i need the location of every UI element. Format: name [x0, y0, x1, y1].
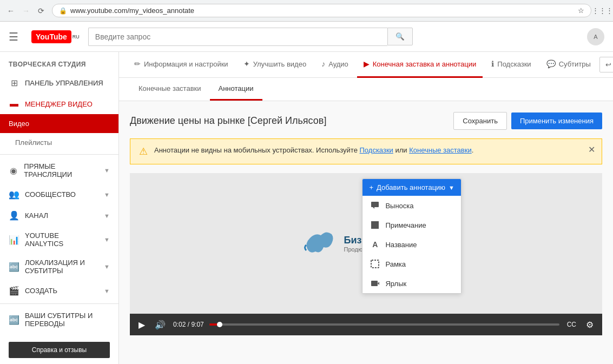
- save-button[interactable]: Сохранить: [453, 112, 507, 130]
- apps-icon[interactable]: ⋮⋮⋮: [596, 4, 609, 17]
- play-button[interactable]: ▶: [136, 317, 147, 332]
- search-bar: 🔍: [88, 28, 413, 46]
- sidebar-label-videos: Видео: [9, 120, 29, 128]
- svg-rect-0: [371, 202, 379, 207]
- apply-changes-button[interactable]: Применить изменения: [511, 112, 602, 129]
- callout-icon: [370, 201, 380, 210]
- enhance-tab-icon: ✦: [243, 59, 250, 68]
- search-button[interactable]: 🔍: [387, 28, 413, 45]
- title-label: Название: [385, 241, 417, 249]
- sidebar: ТВОРЧЕСКАЯ СТУДИЯ ⊞ ПАНЕЛЬ УПРАВЛЕНИЯ ▬ …: [0, 52, 119, 364]
- annotation-note[interactable]: Примечание: [362, 215, 461, 235]
- title-icon: A: [370, 240, 380, 249]
- tab-enhance-label: Улучшить видео: [253, 60, 307, 68]
- sidebar-label-live: ПРЯМЫЕ ТРАНСЛЯЦИИ: [24, 162, 98, 178]
- tabs-bar: ✏ Информация и настройки ✦ Улучшить виде…: [119, 52, 613, 78]
- sidebar-item-playlists[interactable]: Плейлисты: [0, 133, 118, 152]
- sidebar-item-community[interactable]: 👥 СООБЩЕСТВО ▼: [0, 184, 118, 205]
- sidebar-label-analytics: YOUTUBE ANALYTICS: [25, 231, 98, 248]
- sidebar-label-playlists: Плейлисты: [15, 138, 52, 147]
- hints-link[interactable]: Подсказки: [360, 146, 393, 154]
- add-annotation-label: Добавить аннотацию: [377, 183, 445, 191]
- tab-enhance[interactable]: ✦ Улучшить видео: [237, 52, 313, 78]
- note-label: Примечание: [385, 221, 426, 229]
- tab-subtitles[interactable]: 💬 Субтитры: [540, 52, 597, 78]
- search-input[interactable]: [88, 28, 387, 46]
- tab-endscreen[interactable]: ▶ Конечная заставка и аннотации: [357, 52, 483, 78]
- channel-chevron: ▼: [104, 213, 110, 219]
- hamburger-menu[interactable]: ☰: [9, 30, 18, 43]
- youtube-logo[interactable]: YouTube RU: [31, 30, 80, 43]
- svg-marker-5: [378, 282, 379, 285]
- volume-button[interactable]: 🔊: [153, 317, 168, 332]
- sidebar-label-video-manager: МЕНЕДЖЕР ВИДЕО: [25, 100, 93, 108]
- sidebar-item-localization[interactable]: 🔤 ЛОКАЛИЗАЦИЯ И СУБТИТРЫ ▼: [0, 253, 118, 280]
- total-time: 9:07: [191, 321, 203, 328]
- annotation-label[interactable]: Ярлык: [362, 274, 461, 293]
- forward-button[interactable]: →: [19, 4, 32, 17]
- svg-rect-3: [371, 260, 379, 268]
- label-label: Ярлык: [385, 280, 406, 288]
- sidebar-label-subtitles: ВАШИ СУБТИТРЫ И ПЕРЕВОДЫ: [25, 312, 110, 328]
- sidebar-title: ТВОРЧЕСКАЯ СТУДИЯ: [0, 52, 118, 72]
- sidebar-item-dashboard[interactable]: ⊞ ПАНЕЛЬ УПРАВЛЕНИЯ: [0, 72, 118, 94]
- tab-info[interactable]: ✏ Информация и настройки: [128, 52, 235, 78]
- back-button[interactable]: ←: [4, 4, 17, 17]
- avatar[interactable]: A: [587, 28, 604, 45]
- annotation-callout[interactable]: Выноска: [362, 196, 461, 215]
- svg-rect-2: [371, 221, 379, 229]
- settings-button[interactable]: ⚙: [584, 317, 596, 332]
- add-annotation-trigger[interactable]: + Добавить аннотацию ▼: [362, 179, 461, 196]
- dropdown-menu: Выноска Примечание A Название: [362, 196, 461, 293]
- localization-icon: 🔤: [9, 262, 19, 272]
- tab-hints[interactable]: ℹ Подсказки: [485, 52, 537, 78]
- back-to-list-button[interactable]: ↩: [599, 57, 613, 72]
- subtitles-tab-icon: 💬: [546, 59, 556, 68]
- hints-tab-icon: ℹ: [491, 59, 494, 68]
- sidebar-item-analytics[interactable]: 📊 YOUTUBE ANALYTICS ▼: [0, 226, 118, 253]
- browser-chrome: ← → ⟳ 🔒 www.youtube.com/my_videos_annota…: [0, 0, 613, 22]
- svg-marker-1: [373, 207, 374, 209]
- help-button[interactable]: Справка и отзывы: [9, 342, 110, 358]
- audio-tab-icon: ♪: [321, 59, 325, 68]
- refresh-button[interactable]: ⟳: [35, 4, 48, 17]
- sidebar-item-create[interactable]: 🎬 СОЗДАТЬ ▼: [0, 280, 118, 301]
- sidebar-label-channel: КАНАЛ: [25, 211, 48, 220]
- captions-button[interactable]: CC: [565, 319, 578, 330]
- sidebar-label-localization: ЛОКАЛИЗАЦИЯ И СУБТИТРЫ: [25, 259, 98, 275]
- endscreens-link[interactable]: Конечные заставки: [409, 146, 472, 154]
- sub-tab-annotations-label: Аннотации: [219, 84, 254, 92]
- divider-1: [0, 154, 118, 155]
- sidebar-item-videos[interactable]: Видео: [0, 114, 118, 133]
- sub-tab-endscreens[interactable]: Конечные заставки: [130, 78, 210, 101]
- header-right: A: [587, 28, 604, 45]
- warning-icon: ⚠: [139, 145, 148, 157]
- callout-label: Выноска: [385, 202, 413, 210]
- sidebar-item-subtitles[interactable]: 🔤 ВАШИ СУБТИТРЫ И ПЕРЕВОДЫ: [0, 306, 118, 333]
- tab-audio-label: Аудио: [328, 60, 348, 68]
- warning-close-button[interactable]: ✕: [588, 144, 595, 155]
- sub-tab-annotations[interactable]: Аннотации: [210, 78, 262, 101]
- logo-box: YouTube: [31, 30, 71, 43]
- time-display: 0:02 / 9:07: [173, 321, 204, 328]
- annotation-frame[interactable]: Рамка: [362, 254, 461, 274]
- tab-audio[interactable]: ♪ Аудио: [315, 52, 355, 78]
- sidebar-item-channel[interactable]: 👤 КАНАЛ ▼: [0, 205, 118, 226]
- sidebar-item-live[interactable]: ◉ ПРЯМЫЕ ТРАНСЛЯЦИИ ▼: [0, 157, 118, 184]
- annotation-dropdown: + Добавить аннотацию ▼ Выноска: [362, 178, 462, 294]
- warning-banner: ⚠ Аннотации не видны на мобильных устрой…: [130, 138, 602, 164]
- content-area: ✏ Информация и настройки ✦ Улучшить виде…: [119, 52, 613, 364]
- frame-label: Рамка: [385, 260, 406, 268]
- sidebar-label-community: СООБЩЕСТВО: [25, 190, 76, 198]
- endscreen-tab-icon: ▶: [364, 59, 370, 68]
- progress-bar[interactable]: [209, 323, 559, 326]
- page-title-row: Движение цены на рынке [Сергей Ильясов] …: [130, 112, 602, 130]
- address-bar[interactable]: 🔒 www.youtube.com/my_videos_annotate ☆: [52, 4, 591, 17]
- youtube-header: ☰ YouTube RU 🔍 A: [0, 22, 613, 52]
- tab-subtitles-label: Субтитры: [559, 60, 591, 68]
- dashboard-icon: ⊞: [9, 78, 19, 88]
- annotation-title[interactable]: A Название: [362, 235, 461, 254]
- channel-icon: 👤: [9, 210, 19, 221]
- sidebar-item-video-manager[interactable]: ▬ МЕНЕДЖЕР ВИДЕО: [0, 94, 118, 114]
- create-chevron: ▼: [104, 288, 110, 294]
